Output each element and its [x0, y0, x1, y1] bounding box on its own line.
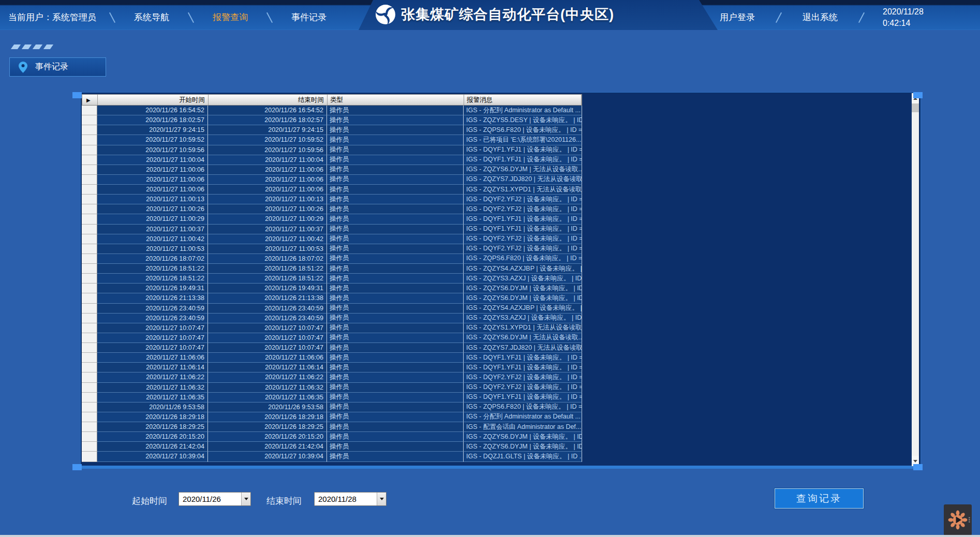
table-row[interactable]: 2020/11/27 11:00:06 2020/11/27 11:00:06 …	[82, 175, 582, 185]
column-header-start-time[interactable]: 开始时间	[98, 95, 209, 105]
row-selector[interactable]	[82, 145, 97, 155]
table-row[interactable]: 2020/11/27 10:07:47 2020/11/27 10:07:47 …	[82, 333, 582, 343]
vertical-scrollbar[interactable]	[912, 93, 919, 466]
row-selector[interactable]	[82, 304, 97, 314]
cell-message: IGS - ZQZYS3.AZXJ | 设备未响应。 | ID ...	[464, 274, 582, 284]
row-selector[interactable]	[82, 452, 97, 461]
table-row[interactable]: 2020/11/27 11:00:13 2020/11/27 11:00:13 …	[82, 195, 582, 204]
row-selector[interactable]	[82, 274, 97, 284]
table-row[interactable]: 2020/11/26 18:02:57 2020/11/26 18:02:57 …	[82, 115, 582, 125]
row-selector[interactable]	[82, 393, 97, 402]
row-selector[interactable]	[82, 372, 97, 382]
row-selector[interactable]	[82, 333, 97, 343]
table-row[interactable]: 2020/11/27 11:00:42 2020/11/27 11:00:42 …	[82, 234, 582, 244]
row-selector[interactable]	[82, 412, 97, 422]
screen-recorder-widget[interactable]: •••	[944, 504, 972, 535]
end-date-dropdown-button[interactable]	[377, 493, 386, 505]
nav-item-exit-system[interactable]: 退出系统	[786, 11, 854, 23]
row-selector[interactable]	[82, 195, 97, 204]
table-row[interactable]: 2020/11/27 11:00:53 2020/11/27 11:00:53 …	[82, 244, 582, 254]
row-selector[interactable]	[82, 125, 97, 135]
query-records-button[interactable]: 查询记录	[775, 488, 864, 509]
tab-event-record[interactable]: 事件记录	[9, 57, 106, 77]
table-row[interactable]: 2020/11/26 20:15:20 2020/11/26 20:15:20 …	[82, 432, 582, 442]
scrollbar-thumb[interactable]	[912, 103, 919, 112]
table-row[interactable]: 2020/11/26 23:40:59 2020/11/26 23:40:59 …	[82, 304, 582, 314]
row-selector[interactable]	[82, 363, 97, 372]
row-selector[interactable]	[82, 155, 97, 165]
cell-message: IGS - ZQZYS7.JDJ820 | 无法从设备读取...	[464, 343, 582, 353]
cell-message: IGS - ZQPS6.F820 | 设备未响应。 | ID =...	[464, 254, 582, 264]
row-selector[interactable]	[82, 422, 97, 432]
row-selector[interactable]	[82, 115, 97, 125]
row-selector[interactable]	[82, 234, 97, 244]
table-row[interactable]: 2020/11/27 11:06:32 2020/11/27 11:06:32 …	[82, 383, 582, 393]
row-selector[interactable]	[82, 432, 97, 442]
row-selector[interactable]	[82, 314, 97, 323]
nav-item-alarm-query[interactable]: 报警查询	[191, 11, 269, 23]
row-selector[interactable]	[82, 383, 97, 393]
table-row[interactable]: 2020/11/27 11:06:35 2020/11/27 11:06:35 …	[82, 393, 582, 402]
table-row[interactable]: 2020/11/27 10:39:04 2020/11/27 10:39:04 …	[82, 452, 582, 461]
column-header-type[interactable]: 类型	[328, 95, 464, 105]
table-row[interactable]: 2020/11/27 11:06:06 2020/11/27 11:06:06 …	[82, 353, 582, 363]
row-selector[interactable]	[82, 343, 97, 353]
start-date-select[interactable]: 2020/11/26	[179, 492, 251, 506]
column-header-message[interactable]: 报警消息	[464, 95, 582, 105]
table-row[interactable]: 2020/11/27 11:00:06 2020/11/27 11:00:06 …	[82, 185, 582, 195]
row-selector[interactable]	[82, 175, 97, 185]
column-header-end-time[interactable]: 结束时间	[209, 95, 328, 105]
table-row[interactable]: 2020/11/27 11:00:29 2020/11/27 11:00:29 …	[82, 214, 582, 224]
row-selector[interactable]	[82, 323, 97, 333]
row-selector[interactable]	[82, 204, 97, 214]
row-selector[interactable]	[82, 106, 97, 115]
row-selector[interactable]	[82, 284, 97, 293]
table-row[interactable]: 2020/11/27 11:00:06 2020/11/27 11:00:06 …	[82, 165, 582, 175]
nav-item-event-record[interactable]: 事件记录	[270, 11, 348, 23]
row-selector[interactable]	[82, 254, 97, 264]
table-row[interactable]: 2020/11/27 10:59:56 2020/11/27 10:59:56 …	[82, 145, 582, 155]
cell-end-time: 2020/11/27 11:00:06	[208, 185, 327, 195]
table-row[interactable]: 2020/11/26 18:07:02 2020/11/26 18:07:02 …	[82, 254, 582, 264]
row-selector[interactable]	[82, 442, 97, 452]
cell-start-time: 2020/11/27 11:00:06	[97, 165, 208, 175]
row-selector[interactable]	[82, 264, 97, 274]
cell-end-time: 2020/11/26 18:51:22	[208, 264, 327, 274]
cell-start-time: 2020/11/27 10:59:52	[97, 135, 208, 145]
table-row[interactable]: 2020/11/27 11:06:14 2020/11/27 11:06:14 …	[82, 363, 582, 372]
table-row[interactable]: 2020/11/26 19:49:31 2020/11/26 19:49:31 …	[82, 284, 582, 293]
row-selector[interactable]	[82, 135, 97, 145]
row-selector[interactable]	[82, 214, 97, 224]
table-row[interactable]: 2020/11/26 18:29:18 2020/11/26 18:29:18 …	[82, 412, 582, 422]
nav-item-user-login[interactable]: 用户登录	[704, 11, 771, 23]
table-row[interactable]: 2020/11/26 9:53:58 2020/11/26 9:53:58 操作…	[82, 402, 582, 412]
table-row[interactable]: 2020/11/26 18:51:22 2020/11/26 18:51:22 …	[82, 274, 582, 284]
row-selector[interactable]	[82, 244, 97, 254]
cell-type: 操作员	[327, 442, 464, 452]
row-selector[interactable]	[82, 353, 97, 363]
table-row[interactable]: 2020/11/27 10:07:47 2020/11/27 10:07:47 …	[82, 343, 582, 353]
row-selector[interactable]	[82, 293, 97, 303]
table-row[interactable]: 2020/11/26 18:51:22 2020/11/26 18:51:22 …	[82, 264, 582, 274]
row-selector[interactable]	[82, 225, 97, 234]
row-selector[interactable]	[82, 185, 97, 195]
row-selector[interactable]	[82, 402, 97, 412]
table-row[interactable]: 2020/11/27 11:00:26 2020/11/27 11:00:26 …	[82, 204, 582, 214]
drag-handle-dots[interactable]: •••	[969, 517, 970, 523]
table-row[interactable]: 2020/11/27 10:07:47 2020/11/27 10:07:47 …	[82, 323, 582, 333]
table-row[interactable]: 2020/11/27 11:00:04 2020/11/27 11:00:04 …	[82, 155, 582, 165]
scrollbar-track[interactable]	[912, 112, 919, 456]
nav-item-system-navigation[interactable]: 系统导航	[113, 11, 190, 23]
table-row[interactable]: 2020/11/26 23:40:59 2020/11/26 23:40:59 …	[82, 314, 582, 323]
table-row[interactable]: 2020/11/26 18:29:25 2020/11/26 18:29:25 …	[82, 422, 582, 432]
table-row[interactable]: 2020/11/27 11:00:37 2020/11/27 11:00:37 …	[82, 225, 582, 234]
table-row[interactable]: 2020/11/27 10:59:52 2020/11/27 10:59:52 …	[82, 135, 582, 145]
table-row[interactable]: 2020/11/26 21:13:38 2020/11/26 21:13:38 …	[82, 293, 582, 303]
table-row[interactable]: 2020/11/26 16:54:52 2020/11/26 16:54:52 …	[82, 106, 582, 115]
table-row[interactable]: 2020/11/27 9:24:15 2020/11/27 9:24:15 操作…	[82, 125, 582, 135]
table-row[interactable]: 2020/11/27 11:06:22 2020/11/27 11:06:22 …	[82, 372, 582, 382]
end-date-select[interactable]: 2020/11/28	[314, 492, 387, 506]
start-date-dropdown-button[interactable]	[241, 493, 250, 505]
row-selector[interactable]	[82, 165, 97, 175]
table-row[interactable]: 2020/11/26 21:42:04 2020/11/26 21:42:04 …	[82, 442, 582, 452]
